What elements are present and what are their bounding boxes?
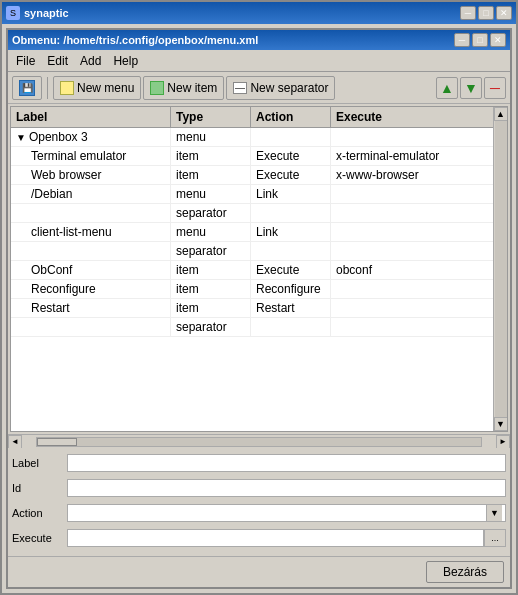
table-row[interactable]: Restart item Restart: [11, 299, 493, 318]
cell-action: Reconfigure: [251, 280, 331, 298]
table-row[interactable]: Web browser item Execute x-www-browser: [11, 166, 493, 185]
cell-label: [11, 318, 171, 336]
id-input[interactable]: [67, 479, 506, 497]
execute-input[interactable]: [67, 529, 484, 547]
cell-label: Reconfigure: [11, 280, 171, 298]
table-row[interactable]: /Debian menu Link: [11, 185, 493, 204]
scroll-down-arrow[interactable]: ▼: [494, 417, 508, 431]
execute-field-label: Execute: [12, 532, 67, 544]
form-action-row: Action ▼: [12, 502, 506, 524]
expand-icon: ▼: [16, 132, 26, 143]
hscroll-right-arrow[interactable]: ►: [496, 435, 510, 449]
execute-browse-button[interactable]: ...: [484, 529, 506, 547]
cell-type: menu: [171, 128, 251, 146]
toolbar: 💾 New menu New item New separator ▲ ▼ ─: [8, 72, 510, 104]
id-field-label: Id: [12, 482, 67, 494]
table-row[interactable]: client-list-menu menu Link: [11, 223, 493, 242]
cell-type: separator: [171, 204, 251, 222]
outer-maximize-button[interactable]: □: [478, 6, 494, 20]
remove-button[interactable]: ─: [484, 77, 506, 99]
cell-label: ▼Openbox 3: [11, 128, 171, 146]
close-button[interactable]: Bezárás: [426, 561, 504, 583]
hscroll-left-arrow[interactable]: ◄: [8, 435, 22, 449]
action-select[interactable]: ▼: [67, 504, 506, 522]
move-down-button[interactable]: ▼: [460, 77, 482, 99]
form-label-row: Label: [12, 452, 506, 474]
inner-maximize-button[interactable]: □: [472, 33, 488, 47]
menu-file[interactable]: File: [10, 52, 41, 70]
scroll-track: [495, 121, 507, 417]
cell-execute: obconf: [331, 261, 491, 279]
table-row[interactable]: separator: [11, 242, 493, 261]
action-field-label: Action: [12, 507, 67, 519]
cell-label: [11, 242, 171, 260]
new-item-button[interactable]: New item: [143, 76, 224, 100]
inner-close-button[interactable]: ✕: [490, 33, 506, 47]
horizontal-scrollbar[interactable]: ◄ ►: [8, 434, 510, 448]
hscroll-thumb: [37, 438, 77, 446]
vertical-scrollbar[interactable]: ▲ ▼: [493, 107, 507, 431]
menubar: File Edit Add Help: [8, 50, 510, 72]
inner-window: Obmenu: /home/tris/.config/openbox/menu.…: [6, 28, 512, 589]
table-row[interactable]: Terminal emulator item Execute x-termina…: [11, 147, 493, 166]
new-separator-button[interactable]: New separator: [226, 76, 335, 100]
app-icon: S: [6, 6, 20, 20]
outer-titlebar: S synaptic ─ □ ✕: [2, 2, 516, 24]
cell-type: menu: [171, 223, 251, 241]
move-up-button[interactable]: ▲: [436, 77, 458, 99]
table-row[interactable]: separator: [11, 318, 493, 337]
outer-minimize-button[interactable]: ─: [460, 6, 476, 20]
new-menu-button[interactable]: New menu: [53, 76, 141, 100]
cell-type: separator: [171, 318, 251, 336]
cell-type: item: [171, 280, 251, 298]
cell-action: Link: [251, 223, 331, 241]
save-button[interactable]: 💾: [12, 76, 42, 100]
cell-execute: [331, 185, 491, 203]
cell-label: Terminal emulator: [11, 147, 171, 165]
header-action: Action: [251, 107, 331, 127]
cell-type: item: [171, 299, 251, 317]
toolbar-separator-1: [47, 77, 48, 99]
table-row[interactable]: ObConf item Execute obconf: [11, 261, 493, 280]
action-dropdown-arrow[interactable]: ▼: [486, 505, 502, 521]
cell-action: [251, 128, 331, 146]
save-icon: 💾: [19, 80, 35, 96]
cell-type: menu: [171, 185, 251, 203]
cell-label: ObConf: [11, 261, 171, 279]
menu-help[interactable]: Help: [107, 52, 144, 70]
cell-action: Execute: [251, 147, 331, 165]
cell-type: item: [171, 261, 251, 279]
cell-execute: [331, 318, 491, 336]
cell-action: Link: [251, 185, 331, 203]
form-id-row: Id: [12, 477, 506, 499]
cell-action: Execute: [251, 261, 331, 279]
inner-minimize-button[interactable]: ─: [454, 33, 470, 47]
inner-titlebar: Obmenu: /home/tris/.config/openbox/menu.…: [8, 30, 510, 50]
outer-titlebar-buttons: ─ □ ✕: [460, 6, 512, 20]
inner-titlebar-buttons: ─ □ ✕: [454, 33, 506, 47]
scroll-up-arrow[interactable]: ▲: [494, 107, 508, 121]
bottom-bar: Bezárás: [8, 556, 510, 587]
cell-execute: x-www-browser: [331, 166, 491, 184]
new-menu-icon: [60, 81, 74, 95]
inner-window-title: Obmenu: /home/tris/.config/openbox/menu.…: [12, 34, 258, 46]
table-row[interactable]: separator: [11, 204, 493, 223]
menu-edit[interactable]: Edit: [41, 52, 74, 70]
cell-label: [11, 204, 171, 222]
label-input[interactable]: [67, 454, 506, 472]
cell-action: Execute: [251, 166, 331, 184]
cell-action: [251, 204, 331, 222]
outer-window-title: synaptic: [24, 7, 69, 19]
cell-action: Restart: [251, 299, 331, 317]
outer-close-button[interactable]: ✕: [496, 6, 512, 20]
table-row[interactable]: ▼Openbox 3 menu: [11, 128, 493, 147]
header-type: Type: [171, 107, 251, 127]
header-execute: Execute: [331, 107, 491, 127]
new-menu-label: New menu: [77, 81, 134, 95]
cell-execute: [331, 204, 491, 222]
cell-action: [251, 318, 331, 336]
cell-execute: x-terminal-emulator: [331, 147, 491, 165]
form-execute-row: Execute ...: [12, 527, 506, 549]
table-row[interactable]: Reconfigure item Reconfigure: [11, 280, 493, 299]
menu-add[interactable]: Add: [74, 52, 107, 70]
